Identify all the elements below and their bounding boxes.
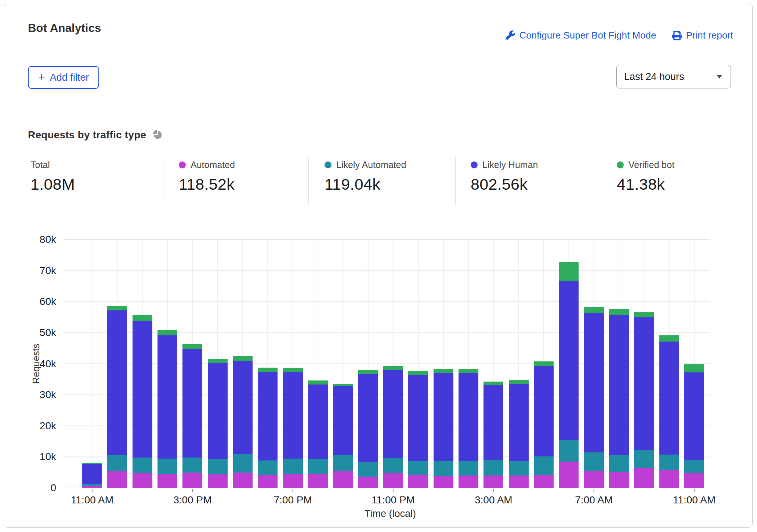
bar-segment[interactable] — [459, 373, 478, 461]
bar-segment[interactable] — [459, 475, 478, 488]
bar-segment[interactable] — [233, 473, 253, 488]
bar-segment[interactable] — [308, 474, 328, 488]
bar-segment[interactable] — [107, 306, 127, 310]
bar-segment[interactable] — [509, 461, 529, 475]
time-range-select[interactable]: Last 24 hours — [616, 65, 731, 88]
bar-segment[interactable] — [684, 473, 704, 488]
bar-segment[interactable] — [333, 386, 353, 455]
bar-segment[interactable] — [182, 473, 202, 488]
bar-segment[interactable] — [182, 344, 202, 349]
bar-segment[interactable] — [308, 385, 328, 459]
bar-segment[interactable] — [584, 307, 604, 313]
bar-segment[interactable] — [82, 486, 102, 488]
bar-segment[interactable] — [659, 470, 679, 488]
bar-segment[interactable] — [208, 359, 228, 363]
bar-segment[interactable] — [408, 461, 428, 475]
bar-segment[interactable] — [133, 321, 152, 458]
bar-segment[interactable] — [82, 463, 102, 464]
bar-segment[interactable] — [258, 475, 278, 488]
bar-segment[interactable] — [434, 369, 453, 373]
bar-segment[interactable] — [133, 315, 152, 320]
bar-segment[interactable] — [233, 356, 253, 361]
bar-segment[interactable] — [559, 440, 579, 462]
bar-segment[interactable] — [659, 455, 679, 470]
bar-segment[interactable] — [634, 450, 654, 468]
bar-segment[interactable] — [233, 454, 253, 473]
bar-segment[interactable] — [584, 313, 604, 452]
bar-segment[interactable] — [107, 471, 127, 488]
bar-segment[interactable] — [684, 372, 704, 460]
bar-segment[interactable] — [408, 475, 428, 488]
bar-segment[interactable] — [408, 375, 428, 461]
bar-segment[interactable] — [208, 363, 228, 459]
print-report-link[interactable]: Print report — [672, 30, 733, 41]
bar-segment[interactable] — [208, 459, 228, 474]
bar-segment[interactable] — [333, 384, 353, 387]
bar-segment[interactable] — [509, 380, 529, 385]
bar-segment[interactable] — [308, 380, 328, 385]
bar-segment[interactable] — [283, 372, 303, 459]
bar-segment[interactable] — [82, 464, 102, 484]
bar-segment[interactable] — [634, 317, 654, 450]
bar-segment[interactable] — [434, 373, 453, 461]
bar-segment[interactable] — [609, 472, 629, 488]
bar-segment[interactable] — [534, 475, 554, 488]
bar-segment[interactable] — [258, 460, 278, 475]
bar-segment[interactable] — [684, 460, 704, 473]
bar-segment[interactable] — [283, 474, 303, 488]
bar-segment[interactable] — [609, 455, 629, 472]
bar-segment[interactable] — [358, 477, 378, 488]
bar-segment[interactable] — [258, 372, 278, 460]
add-filter-button[interactable]: + Add filter — [28, 66, 99, 89]
bar-segment[interactable] — [659, 342, 679, 455]
configure-super-bot-fight-mode-link[interactable]: Configure Super Bot Fight Mode — [506, 30, 656, 41]
bar-segment[interactable] — [157, 330, 177, 335]
bar-segment[interactable] — [383, 458, 403, 473]
bar-segment[interactable] — [509, 384, 529, 461]
bar-segment[interactable] — [182, 349, 202, 458]
bar-segment[interactable] — [383, 473, 403, 488]
bar-segment[interactable] — [659, 335, 679, 342]
bar-segment[interactable] — [634, 468, 654, 488]
bar-segment[interactable] — [358, 374, 378, 462]
bar-segment[interactable] — [483, 475, 503, 488]
bar-segment[interactable] — [408, 371, 428, 375]
bar-segment[interactable] — [483, 382, 503, 385]
bar-segment[interactable] — [634, 312, 654, 317]
bar-segment[interactable] — [509, 475, 529, 488]
bar-segment[interactable] — [483, 460, 503, 475]
bar-segment[interactable] — [308, 459, 328, 474]
bar-segment[interactable] — [157, 474, 177, 488]
bar-segment[interactable] — [459, 369, 478, 373]
bar-segment[interactable] — [559, 462, 579, 488]
bar-segment[interactable] — [534, 361, 554, 366]
bar-segment[interactable] — [333, 471, 353, 488]
bar-segment[interactable] — [534, 456, 554, 475]
bar-segment[interactable] — [283, 459, 303, 474]
bar-segment[interactable] — [459, 461, 478, 476]
bar-segment[interactable] — [208, 474, 228, 488]
bar-segment[interactable] — [584, 471, 604, 488]
bar-segment[interactable] — [684, 364, 704, 372]
bar-segment[interactable] — [283, 368, 303, 372]
bar-segment[interactable] — [107, 310, 127, 455]
bar-segment[interactable] — [82, 484, 102, 486]
bar-segment[interactable] — [258, 368, 278, 372]
bar-segment[interactable] — [157, 335, 177, 459]
bar-segment[interactable] — [559, 262, 579, 281]
bar-segment[interactable] — [358, 370, 378, 374]
bar-segment[interactable] — [584, 452, 604, 471]
bar-segment[interactable] — [434, 461, 453, 476]
bar-segment[interactable] — [483, 385, 503, 460]
bar-segment[interactable] — [609, 315, 629, 456]
bar-segment[interactable] — [609, 309, 629, 315]
bar-segment[interactable] — [434, 476, 453, 488]
bar-segment[interactable] — [333, 455, 353, 471]
bar-segment[interactable] — [133, 458, 152, 473]
bar-segment[interactable] — [559, 281, 579, 440]
bar-segment[interactable] — [233, 361, 253, 454]
bar-segment[interactable] — [107, 455, 127, 471]
bar-segment[interactable] — [534, 366, 554, 456]
bar-segment[interactable] — [383, 366, 403, 370]
bar-segment[interactable] — [133, 473, 152, 488]
